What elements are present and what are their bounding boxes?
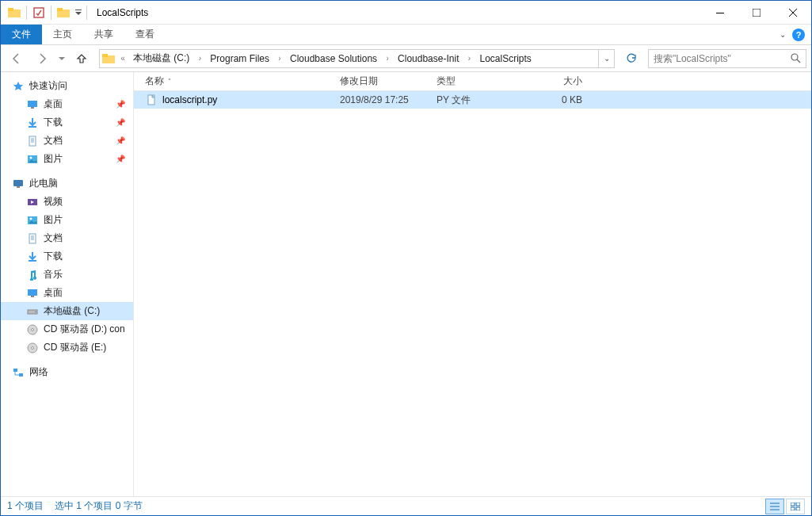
view-details-button[interactable] — [765, 499, 784, 514]
sidebar-item[interactable]: CD 驱动器 (E:) — [1, 338, 133, 357]
pin-icon: 📌 — [116, 118, 125, 127]
sidebar-this-pc[interactable]: 此电脑 — [1, 174, 133, 193]
window-title: LocalScripts — [97, 7, 148, 18]
search-box[interactable] — [648, 49, 806, 68]
svg-rect-22 — [17, 186, 20, 188]
breadcrumb-item[interactable]: Program Files — [205, 50, 274, 67]
chevron-right-icon[interactable]: › — [382, 54, 393, 63]
help-icon[interactable]: ? — [792, 29, 805, 41]
maximize-button[interactable] — [738, 1, 775, 25]
svg-rect-40 — [19, 373, 23, 376]
address-bar[interactable]: « 本地磁盘 (C:) › Program Files › Cloudbase … — [99, 49, 615, 68]
breadcrumb-item[interactable]: Cloudbase-Init — [393, 50, 463, 67]
sidebar-item[interactable]: 文档 — [1, 229, 133, 247]
forward-button[interactable] — [31, 48, 53, 69]
network-icon — [12, 366, 25, 379]
tab-file[interactable]: 文件 — [1, 25, 42, 44]
svg-rect-9 — [102, 54, 108, 57]
svg-rect-34 — [35, 312, 36, 312]
document-icon — [26, 135, 39, 147]
sidebar-item[interactable]: 文档📌 — [1, 132, 133, 150]
sidebar-item[interactable]: 视频 — [1, 193, 133, 211]
star-icon — [12, 80, 25, 93]
column-size[interactable]: 大小 — [533, 75, 590, 88]
status-selection: 选中 1 个项目 0 字节 — [55, 499, 143, 513]
properties-icon[interactable] — [30, 4, 48, 21]
file-size: 0 KB — [533, 94, 590, 105]
column-name[interactable]: 名称˄ — [145, 75, 340, 88]
refresh-button[interactable] — [621, 49, 642, 68]
file-list[interactable]: localscript.py2019/8/29 17:25PY 文件0 KB — [134, 91, 811, 496]
pin-icon: 📌 — [116, 136, 125, 145]
status-bar: 1 个项目 选中 1 个项目 0 字节 — [1, 496, 811, 515]
tab-view[interactable]: 查看 — [124, 25, 166, 44]
sidebar-quick-access[interactable]: 快速访问 — [1, 77, 133, 95]
view-large-button[interactable] — [786, 499, 805, 514]
minimize-button[interactable] — [702, 1, 738, 25]
sidebar-item-label: 本地磁盘 (C:) — [44, 304, 100, 318]
file-type: PY 文件 — [436, 94, 533, 107]
chevron-right-icon[interactable]: « — [117, 54, 128, 63]
column-date[interactable]: 修改日期 — [340, 75, 436, 88]
svg-rect-14 — [29, 126, 36, 128]
sidebar-item[interactable]: 桌面📌 — [1, 95, 133, 113]
sidebar-item[interactable]: 下载📌 — [1, 113, 133, 132]
recent-dropdown-icon[interactable] — [56, 48, 67, 69]
chevron-right-icon[interactable]: › — [274, 54, 285, 63]
separator — [86, 6, 87, 20]
sidebar-item-label: 文档 — [44, 134, 63, 147]
svg-rect-31 — [28, 289, 37, 296]
sidebar-item[interactable]: CD 驱动器 (D:) con — [1, 320, 133, 338]
svg-rect-39 — [13, 369, 17, 372]
tab-share[interactable]: 共享 — [83, 25, 124, 44]
document-icon — [26, 232, 39, 245]
sidebar-network[interactable]: 网络 — [1, 363, 133, 381]
sidebar-item[interactable]: 音乐 — [1, 266, 133, 284]
svg-rect-5 — [75, 10, 82, 10]
back-button[interactable] — [6, 48, 28, 69]
qat-dropdown-icon[interactable] — [74, 4, 83, 21]
sidebar-item[interactable]: 图片 — [1, 211, 133, 229]
breadcrumb-item[interactable]: LocalScripts — [475, 50, 536, 67]
column-headers: 名称˄ 修改日期 类型 大小 — [134, 72, 811, 91]
sidebar-label: 快速访问 — [29, 79, 67, 93]
svg-rect-30 — [29, 260, 36, 262]
close-button[interactable] — [775, 1, 811, 25]
sidebar-item-label: CD 驱动器 (E:) — [44, 341, 106, 354]
pictures-icon — [26, 153, 39, 166]
file-date: 2019/8/29 17:25 — [340, 94, 436, 105]
download-icon — [26, 250, 39, 263]
monitor-icon — [12, 178, 25, 190]
chevron-right-icon[interactable]: › — [463, 54, 475, 63]
search-input[interactable] — [654, 53, 791, 64]
sidebar-item-label: 图片 — [44, 213, 63, 227]
status-item-count: 1 个项目 — [7, 499, 44, 513]
sidebar-item-label: 下载 — [44, 116, 63, 129]
column-type[interactable]: 类型 — [436, 75, 533, 88]
svg-point-38 — [32, 346, 34, 349]
sidebar-item-label: CD 驱动器 (D:) con — [44, 323, 125, 336]
file-row[interactable]: localscript.py2019/8/29 17:25PY 文件0 KB — [134, 91, 811, 109]
address-dropdown-icon[interactable]: ⌄ — [598, 50, 614, 67]
sidebar-item-label: 图片 — [44, 152, 63, 166]
sidebar-item-label: 下载 — [44, 250, 63, 263]
svg-point-36 — [32, 328, 34, 331]
breadcrumb-item[interactable]: 本地磁盘 (C:) — [128, 50, 194, 67]
sidebar-item[interactable]: 下载 — [1, 247, 133, 266]
navigation-pane[interactable]: 快速访问 桌面📌下载📌文档📌图片📌 此电脑 视频图片文档下载音乐桌面本地磁盘 (… — [1, 72, 134, 496]
svg-rect-45 — [791, 503, 795, 506]
folder-qat-icon[interactable] — [55, 4, 72, 21]
sidebar-item[interactable]: 本地磁盘 (C:) — [1, 302, 133, 320]
svg-rect-21 — [13, 180, 23, 186]
svg-rect-6 — [716, 13, 724, 13]
tab-home[interactable]: 主页 — [42, 25, 83, 44]
sidebar-item[interactable]: 桌面 — [1, 284, 133, 302]
search-icon[interactable] — [791, 53, 801, 63]
up-button[interactable] — [71, 48, 93, 69]
ribbon-expand-icon[interactable]: ⌄ — [780, 30, 786, 39]
sidebar-item[interactable]: 图片📌 — [1, 150, 133, 168]
chevron-right-icon[interactable]: › — [194, 54, 205, 63]
file-icon — [145, 94, 158, 106]
breadcrumb-item[interactable]: Cloudbase Solutions — [285, 50, 382, 67]
disc-icon — [26, 323, 39, 336]
